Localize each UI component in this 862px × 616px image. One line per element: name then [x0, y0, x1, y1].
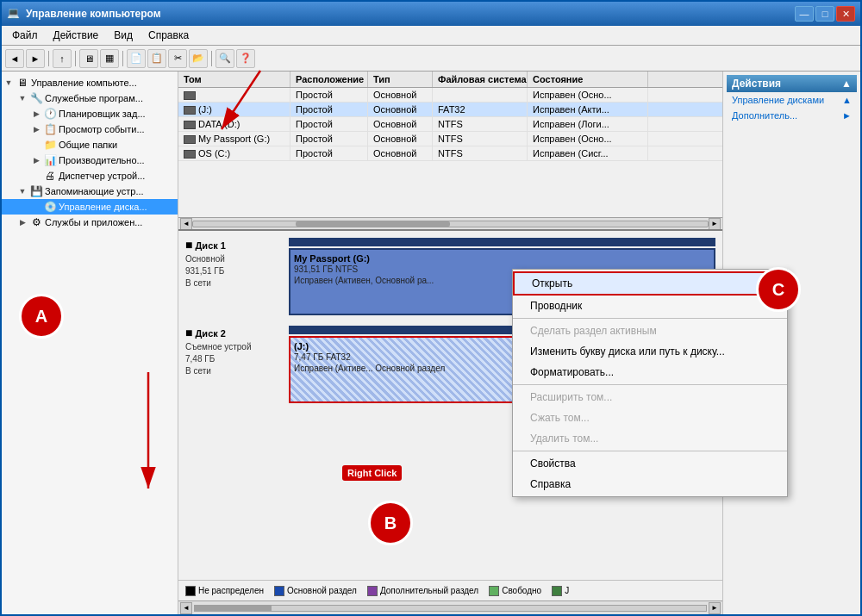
col-header-location[interactable]: Расположение — [290, 72, 368, 87]
menu-bar: Файл Действие Вид Справка — [2, 26, 860, 46]
actions-collapse-icon[interactable]: ▲ — [841, 78, 852, 90]
window-title: Управление компьютером — [26, 8, 161, 20]
ctx-item-changeletter[interactable]: Изменить букву диска или путь к диску... — [513, 341, 787, 362]
row3-type: Основной — [368, 132, 433, 146]
toolbar-btn-6[interactable]: 📋 — [147, 49, 166, 68]
expand-icon-scheduler[interactable]: ▶ — [29, 107, 43, 121]
toolbar-btn-4[interactable]: ▦ — [100, 49, 119, 68]
bottom-scroll-right[interactable]: ► — [709, 602, 721, 614]
ctx-sep-3 — [513, 451, 787, 451]
disk1-label: ■ Диск 1 Основной 931,51 ГБ В сети — [185, 238, 289, 315]
table-area: Том Расположение Тип Файловая система Со… — [178, 72, 722, 231]
table-row[interactable]: Простой Основной Исправен (Осно... — [178, 88, 722, 103]
actions-more-arrow: ► — [842, 110, 852, 121]
expand-icon-events[interactable]: ▶ — [29, 122, 43, 136]
table-scrollbar[interactable]: ◄ ► — [178, 217, 722, 229]
expand-icon-devices[interactable] — [29, 169, 43, 183]
expand-icon-diskmgmt[interactable] — [29, 200, 43, 214]
ctx-item-open[interactable]: Открыть — [513, 271, 787, 296]
sidebar-item-folders[interactable]: 📁 Общие папки — [2, 137, 178, 152]
sidebar-label-scheduler: Планировщик зад... — [59, 109, 146, 119]
sidebar-label-events: Просмотр событи... — [59, 124, 145, 134]
title-controls: — □ ✕ — [795, 6, 855, 22]
actions-more-link[interactable]: Дополнитель... ► — [727, 108, 857, 123]
expand-icon-services[interactable]: ▼ — [16, 91, 29, 105]
table-row[interactable]: My Passport (G:) Простой Основной NTFS И… — [178, 132, 722, 146]
disk2-title: ■ Диск 2 — [185, 326, 282, 339]
disk1-bar — [289, 238, 715, 246]
menu-file[interactable]: Файл — [5, 28, 45, 43]
sidebar-item-services[interactable]: ▼ 🔧 Служебные програм... — [2, 90, 178, 106]
expand-icon-appsvcs[interactable]: ▶ — [16, 215, 29, 229]
actions-disk-mgmt-link[interactable]: Управление дисками ▲ — [727, 92, 857, 108]
ctx-item-help[interactable]: Справка — [513, 474, 787, 495]
close-button[interactable]: ✕ — [836, 6, 855, 22]
table-row[interactable]: (J:) Простой Основной FAT32 Исправен (Ак… — [178, 103, 722, 117]
bottom-scrollbar[interactable]: ◄ ► — [178, 600, 722, 614]
menu-action[interactable]: Действие — [47, 28, 106, 43]
expand-icon-perf[interactable]: ▶ — [29, 153, 43, 167]
sidebar-item-storage[interactable]: ▼ 💾 Запоминающие устр... — [2, 184, 178, 199]
sidebar-label-appsvcs: Службы и приложен... — [45, 217, 142, 227]
actions-expand-icon: ▲ — [842, 95, 852, 105]
scroll-right[interactable]: ► — [709, 218, 721, 230]
scroll-left[interactable]: ◄ — [180, 218, 192, 230]
col-header-type[interactable]: Тип — [368, 72, 433, 87]
up-button[interactable]: ↑ — [53, 49, 72, 68]
row1-status: Исправен (Акти... — [528, 103, 648, 116]
row3-location: Простой — [290, 132, 368, 146]
col-header-fs[interactable]: Файловая система — [433, 72, 528, 87]
expand-icon-storage[interactable]: ▼ — [16, 184, 29, 198]
expand-icon-folders[interactable] — [29, 138, 43, 152]
table-row[interactable]: OS (C:) Простой Основной NTFS Исправен (… — [178, 146, 722, 161]
row1-type: Основной — [368, 103, 433, 116]
back-button[interactable]: ◄ — [5, 49, 24, 68]
chart-icon: 📊 — [43, 153, 57, 167]
row1-fs: FAT32 — [433, 103, 528, 116]
sidebar-item-events[interactable]: ▶ 📋 Просмотр событи... — [2, 121, 178, 137]
legend-primary: Основной раздел — [274, 586, 357, 596]
row4-fs: NTFS — [433, 146, 528, 160]
toolbar-btn-9[interactable]: 🔍 — [216, 49, 234, 68]
toolbar-btn-7[interactable]: ✂ — [168, 49, 187, 68]
forward-button[interactable]: ► — [26, 49, 45, 68]
maximize-button[interactable]: □ — [815, 6, 834, 22]
ctx-item-properties[interactable]: Свойства — [513, 453, 787, 474]
minimize-button[interactable]: — — [795, 6, 814, 22]
scroll-thumb[interactable] — [296, 221, 450, 227]
table-row[interactable]: DATA (D:) Простой Основной NTFS Исправен… — [178, 117, 722, 132]
toolbar-btn-8[interactable]: 📂 — [189, 49, 208, 68]
col-header-status[interactable]: Состояние — [528, 72, 648, 87]
sidebar-item-root[interactable]: ▼ 🖥 Управление компьюте... — [2, 75, 178, 90]
window-icon: 💻 — [7, 7, 21, 21]
bottom-scroll-track[interactable] — [194, 605, 707, 612]
menu-help[interactable]: Справка — [141, 28, 196, 43]
annotation-b: B — [368, 501, 413, 545]
disk1-p1-title: My Passport (G:) — [294, 253, 710, 264]
actions-title: Действия ▲ — [727, 75, 857, 92]
menu-view[interactable]: Вид — [107, 28, 140, 43]
bottom-scroll-left[interactable]: ◄ — [180, 602, 192, 614]
annotation-c: C — [756, 267, 801, 312]
toolbar-btn-3[interactable]: 🖥 — [79, 49, 98, 68]
legend-label-extended: Дополнительный раздел — [380, 586, 478, 595]
ctx-item-shrink: Сжать том... — [513, 408, 787, 428]
device-icon: 🖨 — [43, 169, 57, 183]
sidebar-item-scheduler[interactable]: ▶ 🕐 Планировщик зад... — [2, 106, 178, 121]
expand-icon[interactable]: ▼ — [2, 76, 16, 90]
scroll-track[interactable] — [192, 221, 709, 227]
legend-unallocated: Не распределен — [185, 586, 264, 596]
sidebar-item-devices[interactable]: 🖨 Диспетчер устрой... — [2, 168, 178, 184]
sidebar-item-diskmgmt[interactable]: 💿 Управление диска... — [2, 199, 178, 215]
sidebar-label-diskmgmt: Управление диска... — [59, 202, 147, 212]
tools-icon: 🔧 — [29, 91, 43, 105]
ctx-item-format[interactable]: Форматировать... — [513, 362, 787, 383]
toolbar-btn-10[interactable]: ❓ — [236, 49, 255, 68]
title-bar: 💻 Управление компьютером — □ ✕ — [2, 2, 860, 26]
sidebar-item-perf[interactable]: ▶ 📊 Производительно... — [2, 152, 178, 168]
ctx-item-explorer[interactable]: Проводник — [513, 296, 787, 316]
legend-label-free: Свободно — [502, 586, 541, 595]
col-header-volume[interactable]: Том — [178, 72, 290, 87]
toolbar-btn-5[interactable]: 📄 — [127, 49, 146, 68]
sidebar-item-appsvcs[interactable]: ▶ ⚙ Службы и приложен... — [2, 215, 178, 230]
